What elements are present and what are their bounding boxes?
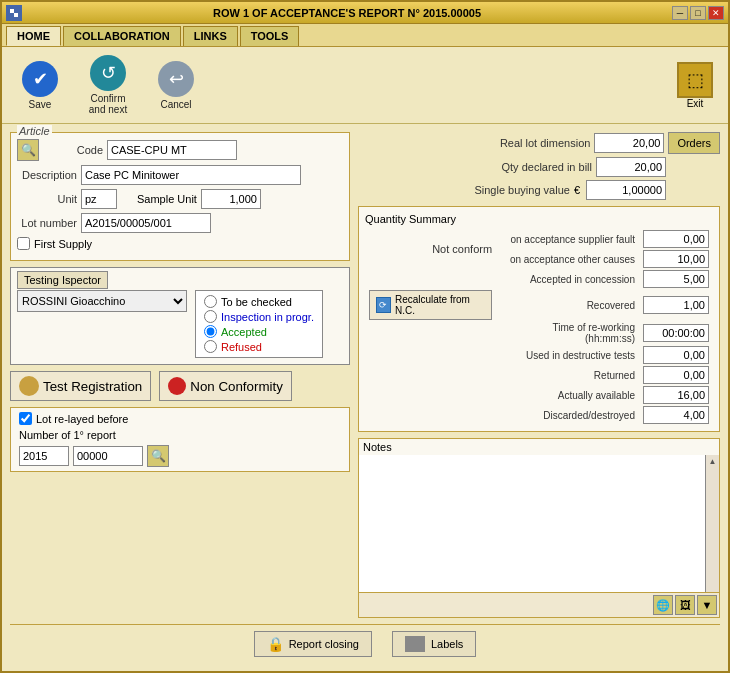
supplier-fault-value — [639, 229, 713, 249]
left-panel: Article 🔍 Code Description Unit Sample U… — [10, 132, 350, 618]
notes-image-button[interactable]: 🖼 — [675, 595, 695, 615]
table-row: Actually available — [365, 385, 713, 405]
radio-refused-input[interactable] — [204, 340, 217, 353]
unit-label: Unit — [17, 193, 77, 205]
window-controls: ─ □ ✕ — [672, 6, 724, 20]
lot-number-label: Number of 1° report — [19, 429, 116, 441]
reworking-input[interactable] — [643, 324, 709, 342]
discarded-label: Discarded/destroyed — [496, 405, 639, 425]
table-row: Accepted in concession — [365, 269, 713, 289]
radio-to-check-input[interactable] — [204, 295, 217, 308]
destructive-label: Used in destructive tests — [496, 345, 639, 365]
discarded-input[interactable] — [643, 406, 709, 424]
radio-accepted: Accepted — [204, 325, 314, 338]
title-bar: ROW 1 OF ACCEPTANCE'S REPORT N° 2015.000… — [2, 2, 728, 24]
first-supply-checkbox[interactable] — [17, 237, 30, 250]
save-button[interactable]: ✔ Save — [10, 57, 70, 114]
buying-label: Single buying value — [474, 184, 569, 196]
recovered-input[interactable] — [643, 296, 709, 314]
lot-year-input[interactable] — [19, 446, 69, 466]
bottom-bar: 🔒 Report closing Labels — [10, 624, 720, 663]
other-causes-label: on acceptance other causes — [496, 249, 639, 269]
close-button[interactable]: ✕ — [708, 6, 724, 20]
labels-label: Labels — [431, 638, 463, 650]
lock-icon: 🔒 — [267, 636, 283, 652]
cancel-button[interactable]: ↩ Cancel — [146, 57, 206, 114]
table-row: Used in destructive tests — [365, 345, 713, 365]
lot-number-input[interactable] — [73, 446, 143, 466]
qty-summary-title: Quantity Summary — [365, 213, 713, 225]
app-icon — [6, 5, 22, 21]
accepted-concession-input[interactable] — [643, 270, 709, 288]
qty-bill-label: Qty declared in bill — [502, 161, 593, 173]
labels-button[interactable]: Labels — [392, 631, 476, 657]
radio-in-progress: Inspection in progr. — [204, 310, 314, 323]
not-conform-label: Not conform — [365, 229, 496, 269]
tab-tools[interactable]: TOOLS — [240, 26, 300, 46]
testing-label: Testing Ispector — [17, 271, 108, 289]
sample-unit-input[interactable] — [201, 189, 261, 209]
radio-in-progress-label: Inspection in progr. — [221, 311, 314, 323]
window-title: ROW 1 OF ACCEPTANCE'S REPORT N° 2015.000… — [22, 7, 672, 19]
testing-section: Testing Ispector ROSSINI Gioacchino To b… — [10, 267, 350, 365]
test-registration-button[interactable]: Test Registration — [10, 371, 151, 401]
notes-textarea[interactable] — [359, 455, 705, 592]
recalc-label: Recalculate from N.C. — [395, 294, 485, 316]
lot-checkbox-row: Lot re-layed before — [19, 412, 341, 425]
radio-in-progress-input[interactable] — [204, 310, 217, 323]
qty-bill-input[interactable] — [596, 157, 666, 177]
svg-rect-2 — [14, 13, 18, 17]
main-window: ROW 1 OF ACCEPTANCE'S REPORT N° 2015.000… — [0, 0, 730, 673]
lot-input[interactable] — [81, 213, 211, 233]
available-input[interactable] — [643, 386, 709, 404]
notes-globe-button[interactable]: 🌐 — [653, 595, 673, 615]
radio-to-check: To be checked — [204, 295, 314, 308]
discarded-value — [639, 405, 713, 425]
lot-relayed-checkbox[interactable] — [19, 412, 32, 425]
toolbar: ✔ Save ↺ Confirm and next ↩ Cancel ⬚ Exi… — [2, 47, 728, 124]
radio-accepted-input[interactable] — [204, 325, 217, 338]
buying-input[interactable] — [586, 180, 666, 200]
restore-button[interactable]: □ — [690, 6, 706, 20]
labels-icon — [405, 636, 425, 652]
code-input[interactable] — [107, 140, 237, 160]
tabs-row: HOME COLLABORATION LINKS TOOLS — [2, 24, 728, 47]
minimize-button[interactable]: ─ — [672, 6, 688, 20]
qty-bill-row: Qty declared in bill — [358, 157, 720, 177]
available-value — [639, 385, 713, 405]
tab-collaboration[interactable]: COLLABORATION — [63, 26, 181, 46]
returned-input[interactable] — [643, 366, 709, 384]
other-causes-input[interactable] — [643, 250, 709, 268]
inspector-select[interactable]: ROSSINI Gioacchino — [17, 290, 187, 312]
confirm-next-button[interactable]: ↺ Confirm and next — [78, 51, 138, 119]
scrollbar-up[interactable]: ▲ — [709, 457, 717, 466]
table-row: Not conform on acceptance supplier fault — [365, 229, 713, 249]
real-lot-input[interactable] — [594, 133, 664, 153]
table-row: ⟳ Recalculate from N.C. Recovered — [365, 289, 713, 321]
non-conformity-button[interactable]: Non Conformity — [159, 371, 292, 401]
code-search-button[interactable]: 🔍 — [17, 139, 39, 161]
tab-home[interactable]: HOME — [6, 26, 61, 46]
notes-tools: 🌐 🖼 ▼ — [359, 592, 719, 617]
exit-button[interactable]: ⬚ Exit — [670, 58, 720, 113]
destructive-input[interactable] — [643, 346, 709, 364]
recalculate-button[interactable]: ⟳ Recalculate from N.C. — [369, 290, 492, 320]
unit-row: Unit Sample Unit — [17, 189, 343, 209]
content-area: Article 🔍 Code Description Unit Sample U… — [2, 124, 728, 671]
svg-rect-1 — [10, 9, 14, 13]
real-lot-row: Real lot dimension Orders — [358, 132, 720, 154]
values-section: Real lot dimension Orders Qty declared i… — [358, 132, 720, 200]
unit-input[interactable] — [81, 189, 117, 209]
description-input[interactable] — [81, 165, 301, 185]
lot-search-button[interactable]: 🔍 — [147, 445, 169, 467]
report-closing-button[interactable]: 🔒 Report closing — [254, 631, 372, 657]
code-label: Code — [43, 144, 103, 156]
article-section-label: Article — [17, 125, 52, 137]
recovered-value — [639, 289, 713, 321]
orders-button[interactable]: Orders — [668, 132, 720, 154]
notes-down-button[interactable]: ▼ — [697, 595, 717, 615]
supplier-fault-input[interactable] — [643, 230, 709, 248]
tab-links[interactable]: LINKS — [183, 26, 238, 46]
lot-section: Lot re-layed before Number of 1° report … — [10, 407, 350, 472]
reworking-label: Time of re-working (hh:mm:ss) — [496, 321, 639, 345]
